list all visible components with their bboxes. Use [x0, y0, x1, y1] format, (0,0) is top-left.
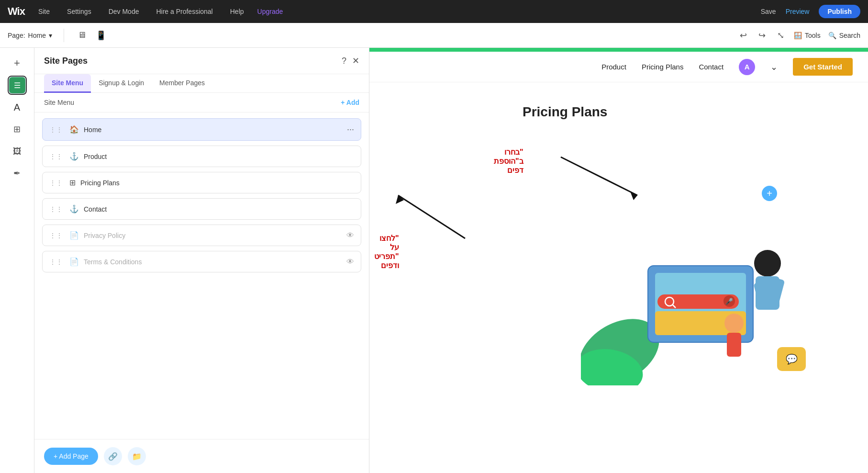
grid-icon: ⊞ [69, 178, 76, 187]
canvas-area: Product Pricing Plans Contact A ⌄ Get St… [369, 48, 868, 473]
drag-handle-icon: ⋮⋮ [49, 126, 63, 134]
illustration-svg: 🎤 💬 [581, 170, 820, 385]
tools-window-icon: 🪟 [794, 32, 802, 39]
website-nav-contact[interactable]: Contact [699, 63, 723, 71]
panel-header-icons: ? ✕ [342, 56, 359, 66]
sidebar-media-icon[interactable]: 🖼 [8, 142, 27, 161]
desktop-icon[interactable]: 🖥 [76, 28, 88, 42]
fit-icon[interactable]: ⤡ [775, 28, 786, 43]
canvas-top-bar [369, 48, 868, 52]
home-icon: 🏠 [69, 125, 79, 134]
close-icon[interactable]: ✕ [352, 56, 359, 66]
canvas-add-button[interactable]: + [762, 186, 777, 201]
anchor-icon: ⚓ [69, 204, 79, 214]
tab-site-menu[interactable]: Site Menu [44, 74, 91, 93]
nav-settings[interactable]: Settings [63, 6, 95, 17]
panel-tabs: Site Menu Signup & Login Member Pages [34, 74, 369, 93]
hidden-icon: 👁 [346, 258, 354, 266]
menu-item-terms-label: Terms & Conditions [84, 258, 142, 266]
toolbar-right: ↩ ↪ ⤡ 🪟 Tools 🔍 Search [738, 28, 860, 43]
top-navigation: Wix Site Settings Dev Mode Hire a Profes… [0, 0, 868, 23]
sidebar-pages-icon[interactable]: ☰ [8, 76, 27, 95]
toolbar-separator [64, 29, 64, 42]
undo-icon[interactable]: ↩ [738, 28, 749, 43]
redo-icon[interactable]: ↪ [757, 28, 768, 43]
svg-rect-15 [727, 333, 741, 357]
sidebar-add-icon[interactable]: + [8, 54, 27, 73]
site-pages-panel: Site Pages ? ✕ Site Menu Signup & Login … [34, 48, 369, 473]
nav-devmode[interactable]: Dev Mode [105, 6, 143, 17]
svg-text:🎤: 🎤 [725, 297, 734, 305]
menu-item-product-left: ⋮⋮ ⚓ Product [49, 152, 107, 161]
link-icon-button[interactable]: 🔗 [104, 447, 122, 465]
doc-icon: 📄 [69, 231, 79, 240]
nav-site[interactable]: Site [34, 6, 54, 17]
tab-signup-login[interactable]: Signup & Login [91, 74, 152, 93]
tools-button[interactable]: 🪟 Tools [794, 32, 821, 39]
website-nav-product[interactable]: Product [601, 63, 626, 71]
hidden-icon: 👁 [346, 231, 354, 240]
add-button[interactable]: + Add [341, 99, 359, 106]
publish-button[interactable]: Publish [819, 5, 860, 18]
editor-toolbar: Page: Home ▾ 🖥 📱 ↩ ↪ ⤡ 🪟 Tools 🔍 Search [0, 23, 868, 48]
user-avatar[interactable]: A [739, 59, 755, 75]
canvas-website: Product Pricing Plans Contact A ⌄ Get St… [369, 52, 868, 473]
panel-title: Site Pages [44, 56, 88, 66]
sidebar-design-icon[interactable]: A [8, 98, 27, 117]
menu-item-privacy[interactable]: ⋮⋮ 📄 Privacy Policy 👁 [42, 225, 361, 246]
device-icons: 🖥 📱 [76, 28, 108, 43]
panel-footer: + Add Page 🔗 📁 [34, 439, 369, 473]
main-area: + ☰ A ⊞ 🖼 ✒ Site Pages ? ✕ Site Menu Sig… [0, 48, 868, 473]
menu-item-home[interactable]: ⋮⋮ 🏠 Home ··· [42, 118, 361, 141]
drag-handle-icon: ⋮⋮ [49, 232, 63, 239]
get-started-button[interactable]: Get Started [793, 58, 853, 76]
nav-help[interactable]: Help [226, 6, 248, 17]
panel-header: Site Pages ? ✕ [34, 48, 369, 74]
save-button[interactable]: Save [761, 8, 776, 15]
doc-icon: 📄 [69, 257, 79, 266]
tab-member-pages[interactable]: Member Pages [152, 74, 212, 93]
website-nav: Product Pricing Plans Contact A ⌄ Get St… [369, 52, 868, 82]
page-label: Page: [8, 32, 25, 39]
menu-item-terms[interactable]: ⋮⋮ 📄 Terms & Conditions 👁 [42, 251, 361, 272]
sidebar-apps-icon[interactable]: ⊞ [8, 120, 27, 139]
svg-line-18 [398, 195, 465, 238]
menu-item-pricing-left: ⋮⋮ ⊞ Pricing Plans [49, 178, 120, 187]
nav-chevron-icon: ⌄ [770, 62, 778, 72]
folder-icon-button[interactable]: 📁 [128, 447, 146, 465]
menu-item-terms-left: ⋮⋮ 📄 Terms & Conditions [49, 257, 142, 266]
menu-item-contact-left: ⋮⋮ ⚓ Contact [49, 204, 107, 214]
wix-logo: Wix [8, 5, 25, 18]
menu-item-contact-label: Contact [84, 205, 107, 213]
add-page-button[interactable]: + Add Page [44, 448, 98, 465]
search-button[interactable]: 🔍 Search [828, 32, 860, 39]
menu-item-product-label: Product [84, 153, 107, 160]
menu-item-pricing[interactable]: ⋮⋮ ⊞ Pricing Plans [42, 172, 361, 193]
website-nav-pricing[interactable]: Pricing Plans [642, 63, 684, 71]
svg-text:💬: 💬 [786, 353, 798, 365]
help-icon[interactable]: ? [342, 56, 346, 66]
menu-items-list: ⋮⋮ 🏠 Home ··· ⋮⋮ ⚓ Product [34, 113, 369, 278]
site-menu-label: Site Menu [44, 99, 74, 106]
drag-handle-icon: ⋮⋮ [49, 153, 63, 160]
menu-item-product[interactable]: ⋮⋮ ⚓ Product [42, 146, 361, 167]
svg-point-14 [724, 314, 744, 333]
mobile-icon[interactable]: 📱 [94, 28, 108, 43]
more-options-icon[interactable]: ··· [347, 124, 354, 135]
menu-item-privacy-label: Privacy Policy [84, 232, 125, 239]
menu-item-contact[interactable]: ⋮⋮ ⚓ Contact [42, 198, 361, 220]
svg-point-10 [754, 250, 781, 277]
panel-right-header: Site Menu + Add [34, 93, 369, 113]
sidebar-pen-icon[interactable]: ✒ [8, 164, 27, 183]
search-icon: 🔍 [828, 32, 836, 39]
preview-button[interactable]: Preview [786, 8, 810, 15]
drag-handle-icon: ⋮⋮ [49, 258, 63, 266]
page-selector[interactable]: Page: Home ▾ [8, 32, 52, 39]
nav-upgrade[interactable]: Upgrade [257, 8, 283, 15]
left-sidebar: + ☰ A ⊞ 🖼 ✒ [0, 48, 34, 473]
tools-label: Tools [805, 32, 821, 39]
menu-item-pricing-label: Pricing Plans [80, 179, 120, 187]
panel-right: Site Menu + Add ⋮⋮ 🏠 Home ··· [34, 93, 369, 439]
menu-item-home-label: Home [84, 126, 101, 134]
nav-hire[interactable]: Hire a Professional [152, 6, 216, 17]
